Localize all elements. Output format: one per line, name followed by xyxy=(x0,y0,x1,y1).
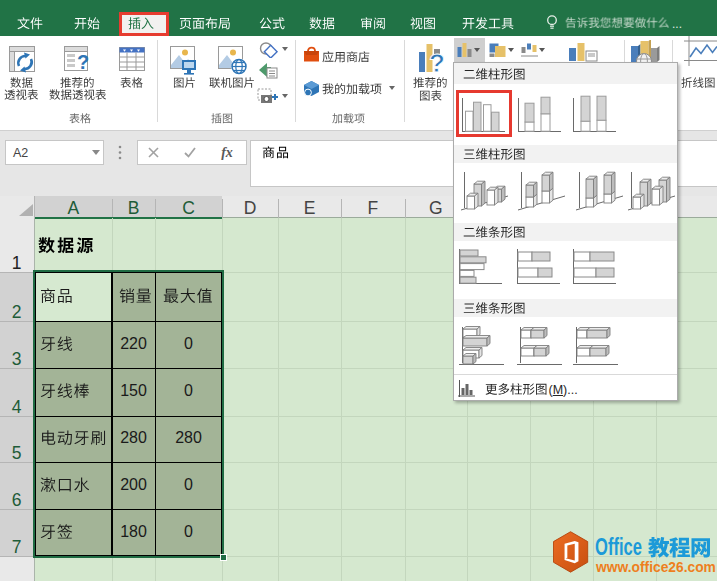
svg-text:?: ? xyxy=(77,51,89,73)
svg-text:?: ? xyxy=(429,48,445,75)
